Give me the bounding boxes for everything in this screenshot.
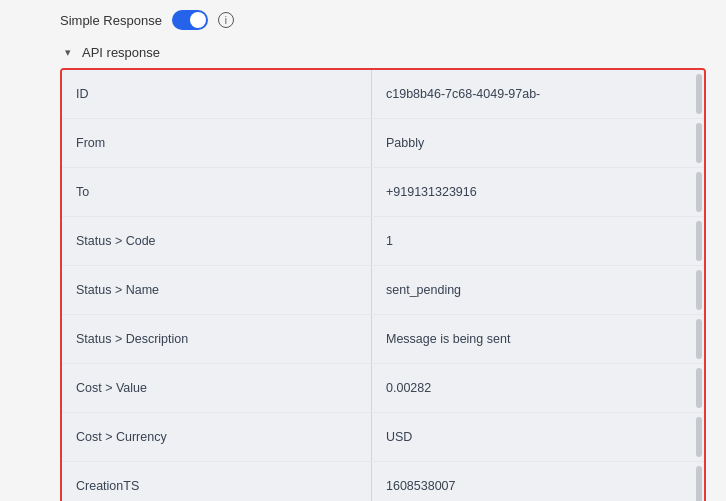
scrollbar-handle[interactable] xyxy=(696,270,702,310)
field-value: c19b8b46-7c68-4049-97ab- xyxy=(386,87,540,101)
field-label: To xyxy=(76,185,89,199)
field-value: +919131323916 xyxy=(386,185,477,199)
simple-response-toggle[interactable] xyxy=(172,10,208,30)
table-row: CreationTS1608538007 xyxy=(62,462,704,501)
scrollbar-handle[interactable] xyxy=(696,74,702,114)
field-value: 0.00282 xyxy=(386,381,431,395)
scrollbar-handle[interactable] xyxy=(696,368,702,408)
field-value: 1608538007 xyxy=(386,479,456,493)
field-label: ID xyxy=(76,87,89,101)
scrollbar-handle[interactable] xyxy=(696,466,702,501)
table-row: IDc19b8b46-7c68-4049-97ab- xyxy=(62,70,704,119)
table-row: Cost > CurrencyUSD xyxy=(62,413,704,462)
table-row: Status > Namesent_pending xyxy=(62,266,704,315)
field-value: Message is being sent xyxy=(386,332,510,346)
response-table: IDc19b8b46-7c68-4049-97ab-FromPabblyTo+9… xyxy=(60,68,706,501)
api-response-label: API response xyxy=(82,45,160,60)
field-label: Status > Code xyxy=(76,234,156,248)
field-value: Pabbly xyxy=(386,136,424,150)
table-row: FromPabbly xyxy=(62,119,704,168)
info-icon[interactable]: i xyxy=(218,12,234,28)
field-value: USD xyxy=(386,430,412,444)
simple-response-label: Simple Response xyxy=(60,13,162,28)
table-row: Status > DescriptionMessage is being sen… xyxy=(62,315,704,364)
scrollbar-handle[interactable] xyxy=(696,319,702,359)
field-value: sent_pending xyxy=(386,283,461,297)
table-row: To+919131323916 xyxy=(62,168,704,217)
field-label: From xyxy=(76,136,105,150)
scrollbar-handle[interactable] xyxy=(696,221,702,261)
field-label: Cost > Currency xyxy=(76,430,167,444)
scrollbar-handle[interactable] xyxy=(696,417,702,457)
table-row: Status > Code1 xyxy=(62,217,704,266)
field-label: Status > Description xyxy=(76,332,188,346)
field-label: CreationTS xyxy=(76,479,139,493)
field-value: 1 xyxy=(386,234,393,248)
table-row: Cost > Value0.00282 xyxy=(62,364,704,413)
field-label: Status > Name xyxy=(76,283,159,297)
scrollbar-handle[interactable] xyxy=(696,172,702,212)
field-label: Cost > Value xyxy=(76,381,147,395)
toggle-switch[interactable] xyxy=(172,10,208,30)
scrollbar-handle[interactable] xyxy=(696,123,702,163)
chevron-down-icon[interactable]: ▾ xyxy=(60,44,76,60)
